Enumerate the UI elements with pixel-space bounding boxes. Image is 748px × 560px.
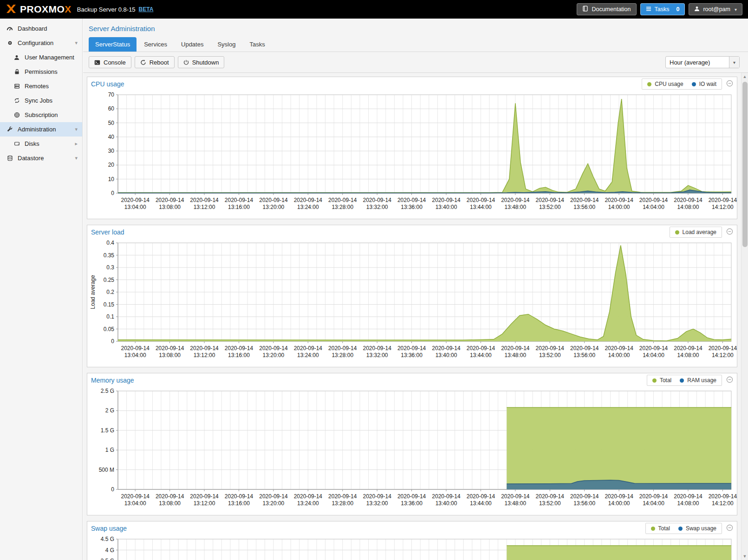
scroll-down-arrow[interactable]: ▼ — [741, 553, 748, 560]
beta-link[interactable]: BETA — [139, 6, 154, 13]
proxmox-x-icon — [6, 3, 17, 16]
sidebar-item-remotes[interactable]: Remotes — [0, 79, 82, 93]
reboot-icon — [140, 59, 146, 65]
svg-text:2020-09-14: 2020-09-14 — [156, 197, 184, 203]
sidebar-item-administration[interactable]: Administration▾ — [0, 122, 82, 137]
collapse-icon[interactable] — [726, 228, 733, 236]
svg-text:50: 50 — [108, 120, 115, 126]
svg-text:14:00:00: 14:00:00 — [608, 352, 630, 358]
scroll-up-arrow[interactable]: ▲ — [741, 73, 748, 80]
sync-icon — [13, 98, 20, 104]
legend-item-total[interactable]: Total — [651, 525, 670, 532]
disk-icon — [13, 141, 20, 147]
panel-title: Memory usage — [91, 377, 134, 384]
topbar-actions: Documentation Tasks 0 root@pam ▾ — [577, 3, 742, 15]
scrollbar-thumb[interactable] — [742, 82, 748, 247]
svg-text:13:12:00: 13:12:00 — [194, 500, 215, 507]
tab-syslog[interactable]: Syslog — [211, 37, 242, 52]
sidebar-item-sync-jobs[interactable]: Sync Jobs — [0, 93, 82, 108]
green-dot-icon — [675, 230, 679, 234]
svg-text:13:24:00: 13:24:00 — [297, 352, 319, 358]
legend-item-cpu-usage[interactable]: CPU usage — [647, 81, 683, 87]
svg-text:2020-09-14: 2020-09-14 — [709, 493, 737, 500]
svg-text:13:36:00: 13:36:00 — [401, 352, 423, 358]
svg-text:0.1: 0.1 — [106, 313, 114, 320]
sidebar-item-label: Datastore — [18, 155, 44, 162]
svg-text:0.15: 0.15 — [104, 301, 115, 308]
svg-text:500 M: 500 M — [99, 467, 114, 473]
collapse-icon[interactable] — [726, 376, 733, 384]
vertical-scrollbar[interactable]: ▲ ▼ — [741, 73, 748, 560]
svg-text:13:28:00: 13:28:00 — [332, 204, 353, 210]
chevron-down-icon[interactable]: ▾ — [729, 57, 739, 68]
svg-text:13:40:00: 13:40:00 — [436, 204, 457, 210]
tab-services[interactable]: Services — [137, 37, 174, 52]
console-button[interactable]: Console — [89, 56, 131, 68]
sidebar-item-disks[interactable]: Disks▸ — [0, 137, 82, 151]
user-menu-button[interactable]: root@pam ▾ — [689, 3, 742, 15]
legend-item-load-average[interactable]: Load average — [675, 229, 716, 235]
svg-text:14:00:00: 14:00:00 — [608, 500, 630, 507]
svg-text:10: 10 — [108, 176, 115, 182]
svg-text:2020-09-14: 2020-09-14 — [501, 197, 530, 203]
sidebar-item-label: User Management — [25, 54, 74, 61]
server-load-plot: 00.050.10.150.20.250.30.350.42020-09-141… — [88, 239, 738, 364]
collapse-icon[interactable] — [726, 524, 733, 533]
product-name: PROXMOX — [20, 4, 72, 15]
charts-viewport: CPU usageCPU usageIO wait010203040506070… — [83, 73, 748, 560]
sidebar-item-dashboard[interactable]: Dashboard — [0, 21, 82, 36]
legend: TotalSwap usage — [645, 523, 722, 534]
green-dot-icon — [652, 378, 657, 383]
svg-text:2020-09-14: 2020-09-14 — [259, 493, 288, 500]
svg-text:1 G: 1 G — [105, 447, 114, 453]
svg-text:20: 20 — [108, 162, 115, 168]
server-load-panel: Server loadLoad average00.050.10.150.20.… — [87, 225, 737, 367]
legend: CPU usageIO wait — [642, 78, 722, 90]
legend-item-ram-usage[interactable]: RAM usage — [680, 377, 716, 384]
blue-dot-icon — [680, 378, 684, 383]
legend-item-io-wait[interactable]: IO wait — [692, 81, 716, 87]
timeframe-select[interactable]: Hour (average) ▾ — [665, 56, 740, 68]
reboot-button[interactable]: Reboot — [135, 56, 175, 68]
sidebar-item-user-management[interactable]: User Management — [0, 50, 82, 65]
tab-tasks[interactable]: Tasks — [243, 37, 271, 52]
svg-text:2020-09-14: 2020-09-14 — [467, 493, 495, 500]
svg-text:14:08:00: 14:08:00 — [677, 204, 699, 210]
svg-text:14:00:00: 14:00:00 — [608, 204, 630, 210]
lock-icon — [13, 69, 20, 75]
svg-text:13:24:00: 13:24:00 — [297, 500, 319, 507]
svg-text:14:12:00: 14:12:00 — [712, 500, 734, 507]
svg-text:13:24:00: 13:24:00 — [297, 204, 319, 210]
svg-text:13:44:00: 13:44:00 — [470, 500, 492, 507]
sidebar-item-configuration[interactable]: Configuration▾ — [0, 36, 82, 50]
tab-updates[interactable]: Updates — [175, 37, 210, 52]
svg-text:2020-09-14: 2020-09-14 — [639, 345, 668, 352]
svg-text:2020-09-14: 2020-09-14 — [363, 197, 391, 203]
svg-text:2020-09-14: 2020-09-14 — [536, 345, 565, 352]
collapse-icon[interactable] — [726, 80, 733, 88]
documentation-button[interactable]: Documentation — [577, 3, 636, 15]
tasks-button[interactable]: Tasks 0 — [640, 3, 685, 15]
caret-down-icon[interactable]: ▾ — [75, 155, 78, 161]
svg-text:14:04:00: 14:04:00 — [643, 500, 664, 507]
memory-usage-chart: 0500 M1 G1.5 G2 G2.5 G2020-09-1413:04:00… — [87, 387, 737, 515]
sidebar-item-datastore[interactable]: Datastore▾ — [0, 151, 82, 165]
wrench-icon — [6, 126, 13, 132]
dashboard-icon — [6, 26, 13, 32]
shutdown-button[interactable]: Shutdown — [178, 56, 225, 68]
blue-dot-icon — [692, 82, 696, 86]
tab-serverstatus[interactable]: ServerStatus — [89, 37, 137, 52]
caret-down-icon[interactable]: ▾ — [75, 40, 78, 46]
svg-text:Load average: Load average — [90, 275, 96, 309]
legend-item-swap-usage[interactable]: Swap usage — [678, 525, 716, 532]
svg-text:13:36:00: 13:36:00 — [401, 500, 423, 507]
sidebar-item-subscription[interactable]: Subscription — [0, 108, 82, 122]
svg-text:13:08:00: 13:08:00 — [159, 204, 181, 210]
svg-text:2.5 G: 2.5 G — [101, 388, 114, 394]
caret-down-icon[interactable]: ▾ — [75, 126, 78, 132]
svg-text:2020-09-14: 2020-09-14 — [225, 197, 254, 203]
legend-item-total[interactable]: Total — [652, 377, 671, 384]
caret-right-icon[interactable]: ▸ — [75, 141, 78, 147]
sidebar-item-permissions[interactable]: Permissions — [0, 65, 82, 79]
power-icon — [183, 59, 189, 65]
